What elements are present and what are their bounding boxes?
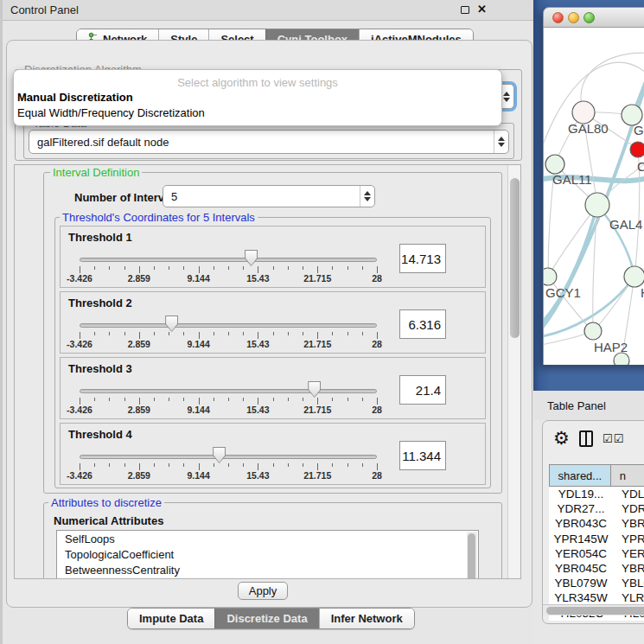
slider-tick-label: -3.426 xyxy=(67,273,92,284)
slider-tick xyxy=(317,266,318,273)
slider-tick xyxy=(377,332,378,339)
node-table: shared... n YDL19...YDL1YDR27...YDR2YBR0… xyxy=(549,464,644,621)
node-label: C xyxy=(637,159,644,174)
table-row[interactable]: YBR045CYBR0 xyxy=(549,561,644,576)
threshold-panel: Threshold 1-3.4262.8599.14415.4321.71528… xyxy=(60,226,486,288)
column-header-name[interactable]: n xyxy=(611,464,644,487)
slider-tick xyxy=(348,332,348,335)
slider-tick xyxy=(332,398,333,401)
threshold-value-field[interactable]: 6.316 xyxy=(399,309,446,339)
table-row[interactable]: YBL079WYBL0 xyxy=(549,576,644,590)
slider-thumb[interactable] xyxy=(308,381,321,398)
tab-discretize-data[interactable]: Discretize Data xyxy=(214,609,318,628)
slider-thumb-face xyxy=(166,316,177,331)
apply-button[interactable]: Apply xyxy=(238,582,288,600)
slider-tick xyxy=(288,463,289,467)
slider-tick-label: 2.859 xyxy=(128,273,150,284)
close-traffic-light-icon[interactable] xyxy=(552,12,564,23)
slider-tick xyxy=(154,398,155,401)
table-horizontal-scrollbar[interactable] xyxy=(543,604,644,615)
slider-tick xyxy=(362,398,363,401)
slider-tick xyxy=(228,463,229,467)
cell-name: YLR3 xyxy=(613,591,644,604)
algorithm-dropdown-popup: Select algorithm to view settings Manual… xyxy=(13,69,502,126)
slider-tick xyxy=(303,266,303,270)
slider-tick-label: 9.144 xyxy=(187,273,209,284)
threshold-slider-track[interactable] xyxy=(80,389,377,393)
table-row[interactable]: YPR145WYPR1 xyxy=(549,532,644,546)
node-label: HAP2 xyxy=(594,340,628,354)
slider-thumb[interactable] xyxy=(213,447,226,463)
minimize-traffic-light-icon[interactable] xyxy=(568,12,579,23)
scrollbar-thumb[interactable] xyxy=(510,178,520,338)
slider-tick xyxy=(273,463,274,467)
table-row[interactable]: YLR345WYLR3 xyxy=(549,590,644,605)
slider-tick xyxy=(348,463,348,467)
dropdown-option-equal-width[interactable]: Equal Width/Frequency Discretization xyxy=(16,106,499,122)
table-row[interactable]: YDR27...YDR2 xyxy=(549,501,644,516)
slider-tick xyxy=(169,266,169,270)
node-label: GAL4 xyxy=(609,217,642,232)
network-canvas[interactable]: GAL80GCGAL11GAL4GCY1HHAP2 xyxy=(543,28,644,365)
cell-shared-name: YLR345W xyxy=(549,591,613,604)
tab-infer-network[interactable]: Infer Network xyxy=(319,609,414,628)
slider-tick xyxy=(109,463,110,467)
threshold-value-field[interactable]: 21.4 xyxy=(399,375,446,405)
column-header-shared-name[interactable]: shared... xyxy=(549,464,611,487)
slider-tick xyxy=(199,398,200,405)
numerical-attributes-list[interactable]: SelfLoopsTopologicalCoefficientBetweenne… xyxy=(56,530,479,579)
zoom-traffic-light-icon[interactable] xyxy=(583,12,595,23)
threshold-label: Threshold 4 xyxy=(68,428,132,441)
settings-vertical-scrollbar[interactable] xyxy=(507,165,520,578)
num-intervals-combobox[interactable]: 5 xyxy=(163,185,375,207)
cell-shared-name: YDR27... xyxy=(549,502,613,515)
network-node xyxy=(630,142,644,157)
tab-impute-data[interactable]: Impute Data xyxy=(128,609,214,628)
scrollbar-thumb[interactable] xyxy=(546,607,644,615)
slider-tick xyxy=(288,398,289,401)
attributes-scrollbar[interactable] xyxy=(467,532,477,579)
threshold-panel: Threshold 4-3.4262.8599.14415.4321.71528… xyxy=(60,423,486,485)
split-columns-icon[interactable] xyxy=(579,430,593,447)
network-window-titlebar[interactable] xyxy=(543,7,644,28)
float-window-icon[interactable] xyxy=(461,6,469,14)
table-row[interactable]: YER054CYER0 xyxy=(549,546,644,561)
slider-tick xyxy=(109,332,110,335)
interval-definition-title: Interval Definition xyxy=(50,166,142,179)
threshold-slider-track[interactable] xyxy=(80,455,377,459)
slider-tick xyxy=(199,266,200,273)
slider-tick xyxy=(228,332,229,335)
threshold-slider-track[interactable] xyxy=(80,258,377,262)
network-node xyxy=(614,353,629,365)
list-item[interactable]: SelfLoops xyxy=(57,531,478,546)
list-item[interactable]: BetweennessCentrality xyxy=(57,562,478,577)
cell-shared-name: YPR145W xyxy=(549,532,613,545)
slider-tick xyxy=(273,266,274,270)
slider-tick xyxy=(214,332,214,335)
slider-thumb[interactable] xyxy=(245,250,258,266)
slider-tick xyxy=(154,463,155,467)
dropdown-option-manual[interactable]: Manual Discretization xyxy=(16,91,499,106)
slider-tick xyxy=(94,266,95,270)
threshold-label: Threshold 1 xyxy=(68,231,132,244)
network-edge xyxy=(544,205,597,326)
slider-tick xyxy=(94,463,95,467)
threshold-value-field[interactable]: 14.713 xyxy=(399,244,446,273)
table-row[interactable]: YBR043CYBR0 xyxy=(549,516,644,531)
table-data-combobox[interactable]: galFiltered.sif default node xyxy=(29,130,509,154)
slider-tick xyxy=(303,398,303,401)
threshold-value-field[interactable]: 11.344 xyxy=(399,441,446,470)
checkboxes-icon[interactable]: ☑☑ xyxy=(603,432,624,445)
slider-tick xyxy=(273,332,274,335)
slider-tick xyxy=(139,332,140,339)
cell-shared-name: YER054C xyxy=(549,547,613,560)
tab-label: Infer Network xyxy=(331,612,403,625)
slider-thumb[interactable] xyxy=(165,316,178,332)
slider-tick xyxy=(303,332,303,335)
threshold-slider-track[interactable] xyxy=(80,323,377,328)
gear-icon[interactable]: ⚙ xyxy=(553,428,570,449)
slider-tick xyxy=(228,266,229,270)
list-item[interactable]: TopologicalCoefficient xyxy=(57,546,478,562)
table-row[interactable]: YDL19...YDL1 xyxy=(549,487,644,501)
close-icon[interactable]: ✕ xyxy=(477,3,487,16)
